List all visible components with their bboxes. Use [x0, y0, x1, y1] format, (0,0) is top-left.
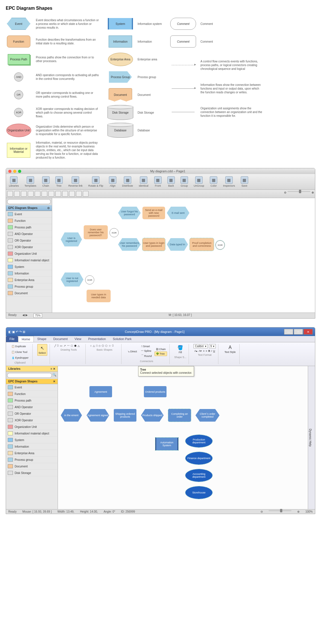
- maximize-icon[interactable]: □: [294, 329, 303, 335]
- zoom-out-icon[interactable]: ⊖: [261, 510, 263, 513]
- tool-btn[interactable]: [42, 191, 47, 197]
- shape-item[interactable]: Document: [6, 290, 52, 297]
- fontsize-combo[interactable]: 9 ▾: [209, 344, 216, 348]
- search-icon[interactable]: 🔍: [52, 373, 56, 378]
- font-shrink-icon[interactable]: A▾: [199, 349, 202, 352]
- toolbar-identical[interactable]: ▦Identical: [138, 176, 150, 188]
- chain-button[interactable]: ⛓ Chain: [154, 347, 167, 351]
- textstyle-button[interactable]: AText Style: [223, 344, 237, 354]
- zoom-value[interactable]: 100%: [305, 510, 313, 513]
- shape-item[interactable]: XOR Operator: [6, 417, 58, 424]
- toolbar-libraries[interactable]: ▦Libraries: [8, 176, 20, 188]
- shape-item[interactable]: System: [6, 437, 58, 443]
- align-left-icon[interactable]: ≡: [203, 349, 204, 352]
- node-types-data[interactable]: User types in needed data: [87, 290, 111, 302]
- node-agreement[interactable]: Agreement: [89, 386, 112, 397]
- spline-button[interactable]: 〰 Spline: [140, 349, 153, 353]
- toolbar-reverselink[interactable]: ▦Reverse link: [67, 176, 84, 188]
- tool-btn[interactable]: [69, 191, 75, 197]
- italic-icon[interactable]: I: [211, 349, 212, 352]
- epc-panel-title[interactable]: EPC Diagram Shapes✕: [6, 379, 58, 384]
- shape-item[interactable]: Event: [6, 211, 52, 218]
- node-shipped[interactable]: Products shipped: [141, 409, 164, 422]
- tool-btn[interactable]: [48, 191, 54, 197]
- lib-search[interactable]: [7, 373, 52, 378]
- shape-item[interactable]: Event: [6, 384, 58, 391]
- tool-btn[interactable]: [21, 191, 27, 197]
- node-signed[interactable]: Agreement signed: [87, 409, 109, 422]
- toolbar-color[interactable]: ▦Color: [209, 176, 218, 188]
- shape-item[interactable]: AND Operator: [6, 231, 52, 237]
- node-ordered[interactable]: Ordered products: [144, 386, 167, 397]
- toolbar-chain[interactable]: ▦Chain: [41, 176, 51, 188]
- toolbar-front[interactable]: ▦Front: [153, 176, 163, 188]
- shape-item[interactable]: OR Operator: [6, 237, 52, 244]
- shape-item[interactable]: Information/ material object: [6, 257, 52, 264]
- toolbar-rotateflip[interactable]: ▦Rotate & Flip: [87, 176, 104, 188]
- shape-item[interactable]: Enterprise Area: [6, 450, 58, 457]
- shape-item[interactable]: OR Operator: [6, 410, 58, 417]
- toolbar-group[interactable]: ▦Group: [179, 176, 189, 188]
- node-automation[interactable]: Automation System: [155, 438, 178, 450]
- fill-button[interactable]: 🪣Fill: [176, 344, 185, 355]
- node-user-registered[interactable]: User is registered: [61, 232, 82, 246]
- tool-btn[interactable]: [28, 191, 34, 197]
- node-finance[interactable]: Finance department: [185, 452, 212, 465]
- underline-icon[interactable]: U: [213, 349, 215, 352]
- tab-presentation[interactable]: Presentation: [85, 336, 109, 342]
- shape-item[interactable]: Process group: [6, 457, 58, 463]
- tool-btn[interactable]: [55, 191, 61, 197]
- win-titlebar[interactable]: ◧ ▣ ↶ ↷ ⊞ ConceptDraw PRO - [My diagram …: [6, 327, 315, 336]
- node-production[interactable]: Production department: [185, 435, 212, 447]
- tab-home[interactable]: Home: [18, 336, 34, 342]
- shape-item[interactable]: Process group: [6, 283, 52, 290]
- node-data-typed[interactable]: Data typed in: [167, 238, 188, 251]
- zoom-slider[interactable]: [287, 191, 310, 192]
- tab-shape[interactable]: Shape: [34, 336, 50, 342]
- shape-item[interactable]: Information/ material object: [6, 430, 58, 437]
- zoom-out-icon[interactable]: ⊖: [284, 191, 286, 197]
- zoom-slider[interactable]: [269, 510, 291, 511]
- close-panel-icon[interactable]: ✕: [53, 380, 55, 383]
- tree-button[interactable]: 🌳 Tree: [154, 351, 167, 356]
- node-completing[interactable]: Completing an order: [168, 409, 191, 422]
- font-grow-icon[interactable]: A▴: [194, 349, 197, 352]
- toolbar-ungroup[interactable]: ▦UnGroup: [193, 176, 205, 188]
- node-storehouse[interactable]: Storehouse: [185, 486, 212, 499]
- tool-btn[interactable]: [14, 191, 20, 197]
- toolbar-align[interactable]: ▦Align: [108, 176, 118, 188]
- mac-canvas[interactable]: User is registered Does user remember hi…: [52, 198, 315, 313]
- shape-item[interactable]: Function: [6, 391, 58, 397]
- minimize-icon[interactable]: —: [284, 329, 293, 335]
- direct-button[interactable]: ↘Direct: [126, 349, 139, 354]
- duplicate-button[interactable]: 📋 Duplicate: [10, 344, 28, 349]
- toolbar-back[interactable]: ▦Back: [166, 176, 176, 188]
- node-email-sent[interactable]: E-mail sent: [167, 207, 189, 219]
- node-accounting[interactable]: Accounting department: [185, 469, 212, 482]
- shape-item[interactable]: Function: [6, 218, 52, 224]
- tool-btn[interactable]: [7, 191, 13, 197]
- bold-icon[interactable]: B: [208, 349, 210, 352]
- clonetool-button[interactable]: 📋 Clone Tool: [10, 350, 29, 354]
- tab-file[interactable]: File: [6, 336, 18, 342]
- smart-button[interactable]: ⎍ Smart: [140, 344, 153, 349]
- zoom-combo[interactable]: 75%: [34, 313, 42, 318]
- shape-item[interactable]: Enterprise Area: [6, 277, 52, 283]
- node-xor3[interactable]: XOR: [85, 275, 94, 285]
- align-center-icon[interactable]: ≡: [205, 349, 207, 352]
- node-client[interactable]: Client´s order completed: [195, 409, 220, 422]
- eyedropper-button[interactable]: 💧 Eyedropper: [10, 355, 30, 360]
- node-xor2[interactable]: XOR: [216, 240, 225, 250]
- node-forgot[interactable]: User forgot his password: [118, 207, 141, 219]
- shape-item[interactable]: XOR Operator: [6, 244, 52, 250]
- shape-item[interactable]: AND Operator: [6, 404, 58, 410]
- toolbar-distribute[interactable]: ▦Distribute: [121, 176, 134, 188]
- node-shipping[interactable]: Shipping ordered products: [114, 409, 136, 422]
- shape-item[interactable]: Information: [6, 443, 58, 450]
- node-in-the[interactable]: in the ement: [61, 409, 82, 422]
- libraries-title[interactable]: Libraries≡ ✕: [6, 366, 58, 372]
- close-icon[interactable]: ✕: [304, 329, 313, 335]
- toolbar-inspectors[interactable]: ▦Inspectors: [222, 176, 236, 188]
- collapse-icon[interactable]: ⊙: [47, 206, 50, 210]
- node-proof[interactable]: Proof completion and correctness: [190, 238, 214, 251]
